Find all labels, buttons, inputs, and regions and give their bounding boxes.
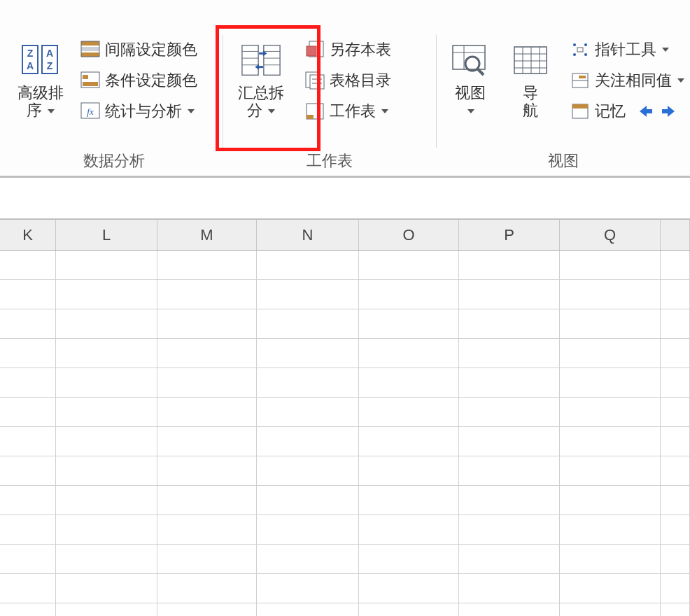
cell[interactable] [661, 427, 690, 456]
cell[interactable] [560, 339, 661, 368]
cell[interactable] [359, 456, 459, 486]
cell[interactable] [0, 251, 56, 280]
interval-color-button[interactable]: 间隔设定颜色 [80, 39, 197, 60]
cell[interactable] [459, 515, 560, 545]
worksheet-button[interactable]: 工作表 [304, 101, 391, 122]
cell[interactable] [560, 486, 661, 515]
cell[interactable] [459, 280, 560, 309]
column-header[interactable]: Q [560, 220, 661, 250]
cell[interactable] [661, 456, 690, 486]
cell[interactable] [560, 515, 661, 545]
cell[interactable] [257, 574, 359, 603]
column-header[interactable]: L [56, 220, 157, 250]
cell[interactable] [157, 398, 257, 427]
cell[interactable] [257, 398, 359, 427]
grid[interactable] [0, 251, 690, 616]
cell[interactable] [0, 309, 56, 339]
cell[interactable] [661, 309, 690, 339]
cell[interactable] [560, 251, 661, 280]
cell[interactable] [459, 603, 560, 616]
save-as-sheet-button[interactable]: 另存本表 [304, 39, 391, 60]
cell[interactable] [459, 427, 560, 456]
cell[interactable] [661, 251, 690, 280]
stats-analysis-button[interactable]: fx 统计与分析 [80, 101, 197, 122]
cell[interactable] [257, 368, 359, 398]
cell[interactable] [359, 574, 459, 603]
cell[interactable] [157, 251, 257, 280]
cell[interactable] [257, 251, 359, 280]
cell[interactable] [56, 398, 157, 427]
cell[interactable] [257, 515, 359, 545]
cell[interactable] [0, 427, 56, 456]
advanced-sort-button[interactable]: Z A A Z 高级排 序 [15, 39, 66, 120]
cell[interactable] [257, 456, 359, 486]
sheet-directory-button[interactable]: 表格目录 [304, 70, 391, 91]
cell[interactable] [661, 574, 690, 603]
cell[interactable] [359, 339, 459, 368]
cell[interactable] [359, 251, 459, 280]
cell[interactable] [257, 603, 359, 616]
cell[interactable] [157, 368, 257, 398]
column-header[interactable] [661, 220, 690, 250]
cell[interactable] [56, 545, 157, 574]
cell[interactable] [661, 545, 690, 574]
cell[interactable] [257, 486, 359, 515]
cell[interactable] [661, 368, 690, 398]
cell[interactable] [560, 574, 661, 603]
cell[interactable] [459, 339, 560, 368]
cell[interactable] [459, 486, 560, 515]
cell[interactable] [56, 486, 157, 515]
cell[interactable] [257, 309, 359, 339]
cell[interactable] [661, 515, 690, 545]
cell[interactable] [560, 280, 661, 309]
cell[interactable] [257, 339, 359, 368]
cell[interactable] [560, 427, 661, 456]
cell[interactable] [459, 368, 560, 398]
cell[interactable] [0, 486, 56, 515]
cell[interactable] [157, 309, 257, 339]
cell[interactable] [459, 309, 560, 339]
watch-same-value-button[interactable]: 关注相同值 [570, 70, 684, 91]
cell[interactable] [0, 280, 56, 309]
cell[interactable] [257, 280, 359, 309]
cell[interactable] [0, 603, 56, 616]
cell[interactable] [56, 456, 157, 486]
cell[interactable] [359, 515, 459, 545]
back-arrow-button[interactable] [635, 102, 655, 121]
cell[interactable] [661, 603, 690, 616]
cell[interactable] [56, 339, 157, 368]
cell[interactable] [157, 603, 257, 616]
column-header[interactable]: K [0, 220, 56, 250]
summary-split-button[interactable]: 汇总拆 分 [236, 39, 286, 120]
cell[interactable] [257, 545, 359, 574]
cell[interactable] [359, 368, 459, 398]
memory-button[interactable]: 记忆 [570, 101, 626, 122]
cell[interactable] [257, 427, 359, 456]
cell[interactable] [56, 368, 157, 398]
cell[interactable] [0, 574, 56, 603]
cell[interactable] [661, 486, 690, 515]
pointer-tools-button[interactable]: 指针工具 [570, 39, 684, 60]
cell[interactable] [459, 398, 560, 427]
cell[interactable] [560, 398, 661, 427]
cell[interactable] [157, 427, 257, 456]
cell[interactable] [0, 456, 56, 486]
cell[interactable] [56, 603, 157, 616]
cell[interactable] [56, 251, 157, 280]
cell[interactable] [560, 603, 661, 616]
cell[interactable] [157, 339, 257, 368]
cell[interactable] [560, 368, 661, 398]
cell[interactable] [56, 574, 157, 603]
cell[interactable] [157, 515, 257, 545]
column-header[interactable]: M [157, 220, 257, 250]
cell[interactable] [157, 486, 257, 515]
forward-arrow-button[interactable] [659, 102, 679, 121]
cell[interactable] [0, 339, 56, 368]
cell[interactable] [56, 309, 157, 339]
cell[interactable] [359, 486, 459, 515]
cell[interactable] [359, 545, 459, 574]
cell[interactable] [56, 427, 157, 456]
formula-bar[interactable] [0, 178, 690, 220]
cell[interactable] [459, 251, 560, 280]
cell[interactable] [0, 515, 56, 545]
